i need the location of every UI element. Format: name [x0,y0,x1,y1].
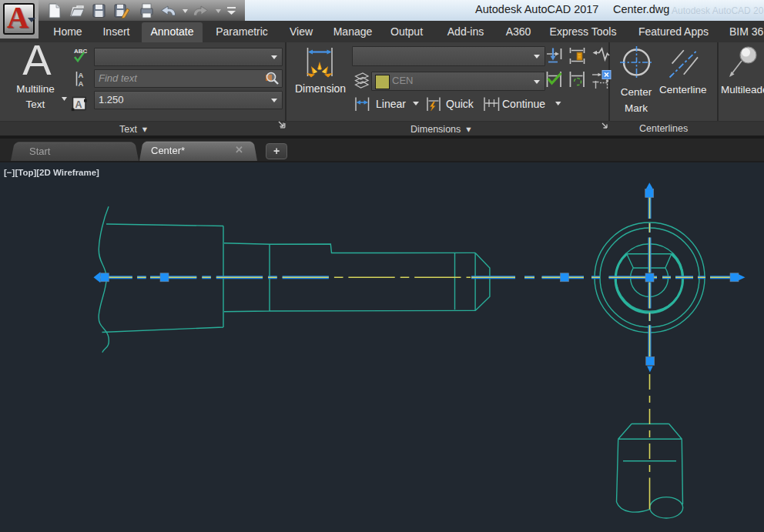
svg-text:A: A [75,99,82,110]
svg-text:ABC: ABC [74,48,88,55]
svg-text:A: A [79,71,84,79]
svg-text:A: A [79,79,84,88]
